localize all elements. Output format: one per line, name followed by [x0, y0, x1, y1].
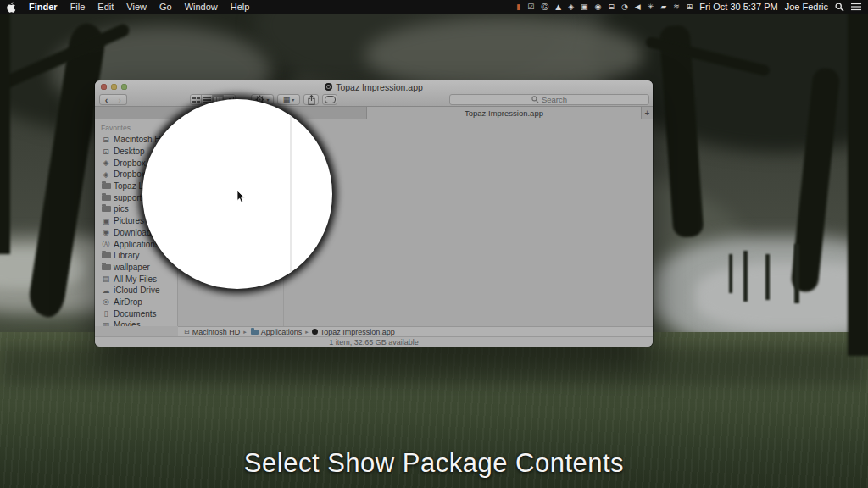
gdrive-menu-icon[interactable]: Ⓖ: [541, 0, 548, 14]
sidebar-item-label: Desktop: [114, 147, 145, 156]
tree-trunk-thin: [794, 244, 799, 303]
search-icon: [531, 96, 539, 103]
forward-button[interactable]: ›: [113, 94, 127, 105]
tree-shadow: [0, 346, 868, 385]
path-item-label: Topaz Impression.app: [320, 328, 395, 336]
grid-view-icon: [192, 97, 200, 103]
sidebar-item-airdrop[interactable]: ◎AirDrop: [95, 297, 177, 308]
dropbox-icon: ◈: [101, 170, 111, 179]
window-titlebar: Topaz Impression.app ‹ › ▾ ▦ ▾: [95, 80, 653, 107]
dropbox-icon: ◈: [101, 158, 111, 167]
sidebar-item-all-my-files[interactable]: ▤All My Files: [95, 273, 177, 285]
arrange-menu-button[interactable]: ▦ ▾: [277, 94, 300, 105]
chevron-left-icon: ‹: [105, 96, 108, 104]
input-menu-icon[interactable]: ⊞: [687, 0, 693, 14]
camera-menu-icon[interactable]: ◉: [595, 0, 602, 14]
window-menu-icon[interactable]: ▣: [581, 0, 588, 14]
menu-edit[interactable]: Edit: [97, 2, 114, 12]
checkmark-menu-icon[interactable]: ☑: [527, 0, 534, 14]
caption-text: Select Show Package Contents: [0, 448, 868, 479]
record-indicator-icon[interactable]: ▮: [516, 0, 520, 14]
sidebar-item-label: iCloud Drive: [114, 286, 159, 295]
path-item-topaz-impression-app[interactable]: Topaz Impression.app: [312, 328, 395, 336]
sidebar-item-label: Library: [114, 251, 140, 260]
new-tab-button[interactable]: +: [641, 107, 653, 119]
sidebar-item-label: Documents: [114, 309, 157, 319]
screen: FinderFileEditViewGoWindowHelp ▮☑Ⓖ▲◈▣◉⊟◔…: [0, 0, 868, 488]
magnified-column-divider: [290, 99, 292, 289]
app-icon: [325, 83, 332, 91]
sidebar-item-label: AirDrop: [114, 297, 142, 307]
sidebar-item-label: Movies: [114, 320, 141, 326]
sidebar-item-icloud-drive[interactable]: ☁iCloud Drive: [95, 285, 177, 297]
path-item-label: Macintosh HD: [192, 328, 241, 336]
arrange-grid-icon: ▦: [283, 96, 291, 103]
menu-bar: FinderFileEditViewGoWindowHelp ▮☑Ⓖ▲◈▣◉⊟◔…: [0, 0, 868, 14]
tree-trunk: [0, 0, 10, 254]
menu-help[interactable]: Help: [231, 2, 250, 12]
sidebar-item-documents[interactable]: ▯Documents: [95, 308, 177, 319]
fan-menu-icon[interactable]: ✳: [648, 0, 654, 14]
folder-icon: [251, 330, 259, 335]
sidebar-item-label: Pictures: [114, 216, 144, 225]
battery-icon[interactable]: ▰: [660, 0, 666, 14]
chevron-down-icon: ▾: [266, 97, 269, 103]
tab-topaz-impression[interactable]: Topaz Impression.app: [367, 107, 641, 119]
spotlight-search-icon[interactable]: [835, 3, 844, 12]
app-icon: [312, 329, 318, 335]
menu-bar-clock[interactable]: Fri Oct 30 5:37 PM: [699, 2, 777, 12]
hard-drive-icon: ⊟: [184, 328, 190, 336]
path-separator-icon: ▸: [243, 329, 247, 336]
folder-icon: [102, 252, 111, 258]
path-item-macintosh-hd[interactable]: ⊟Macintosh HD: [184, 328, 240, 336]
chevron-down-icon: ▾: [292, 97, 294, 103]
droplet-menu-icon[interactable]: ▲: [555, 0, 561, 14]
back-button[interactable]: ‹: [99, 94, 114, 105]
apple-menu-icon[interactable]: [7, 2, 16, 13]
downloads-icon: ◉: [101, 228, 111, 236]
search-field[interactable]: Search: [449, 94, 649, 105]
mouse-cursor: [236, 190, 247, 208]
path-item-label: Applications: [261, 328, 303, 336]
path-bar: ⊟Macintosh HD▸Applications▸Topaz Impress…: [178, 326, 653, 336]
icon-view-button[interactable]: [191, 95, 202, 104]
volume-icon[interactable]: ◀: [635, 0, 641, 14]
finder-window: Topaz Impression.app ‹ › ▾ ▦ ▾: [95, 80, 653, 347]
plus-icon: +: [645, 108, 650, 118]
menu-bar-user[interactable]: Joe Fedric: [785, 2, 828, 12]
share-button[interactable]: [303, 94, 319, 105]
sidebar-item-label: All My Files: [114, 274, 157, 284]
sidebar-item-movies[interactable]: ▥Movies: [95, 319, 177, 326]
sidebar-item-wallpaper[interactable]: wallpaper: [95, 262, 177, 274]
tree-trunk-thin: [765, 254, 770, 300]
folder-icon: [102, 206, 111, 212]
chevron-right-icon: ›: [118, 96, 121, 104]
search-placeholder: Search: [542, 95, 567, 104]
documents-icon: ▯: [101, 309, 111, 318]
notification-center-icon[interactable]: [851, 3, 861, 11]
hard-drive-icon: ⊟: [101, 136, 111, 144]
edit-tags-button[interactable]: [322, 94, 337, 105]
window-title: Topaz Impression.app: [95, 81, 653, 92]
folder-icon: [102, 195, 111, 201]
menu-file[interactable]: File: [70, 2, 86, 12]
menu-bar-menus: FinderFileEditViewGoWindowHelp: [29, 2, 249, 12]
display-menu-icon[interactable]: ⊟: [608, 0, 615, 14]
pond-right-highlight: [695, 263, 868, 330]
menu-window[interactable]: Window: [185, 2, 218, 12]
sidebar-item-label: pics: [114, 204, 129, 214]
tab-bar: Topaz Impression.app +: [95, 107, 653, 119]
menu-go[interactable]: Go: [159, 2, 172, 12]
clock-menu-icon[interactable]: ◔: [621, 0, 628, 14]
wifi-icon[interactable]: ≋: [673, 0, 680, 14]
tree-trunk-thin: [743, 251, 748, 302]
menu-finder[interactable]: Finder: [29, 2, 58, 12]
list-view-icon: [203, 97, 211, 103]
tree-trunk: [848, 0, 868, 356]
all-my-files-icon: ▤: [101, 274, 111, 283]
menu-view[interactable]: View: [126, 2, 147, 12]
path-item-applications[interactable]: Applications: [250, 328, 303, 336]
dropbox-menu-icon[interactable]: ◈: [568, 0, 574, 14]
sidebar-item-label: wallpaper: [114, 263, 150, 272]
path-bar-items: ⊟Macintosh HD▸Applications▸Topaz Impress…: [184, 328, 395, 336]
